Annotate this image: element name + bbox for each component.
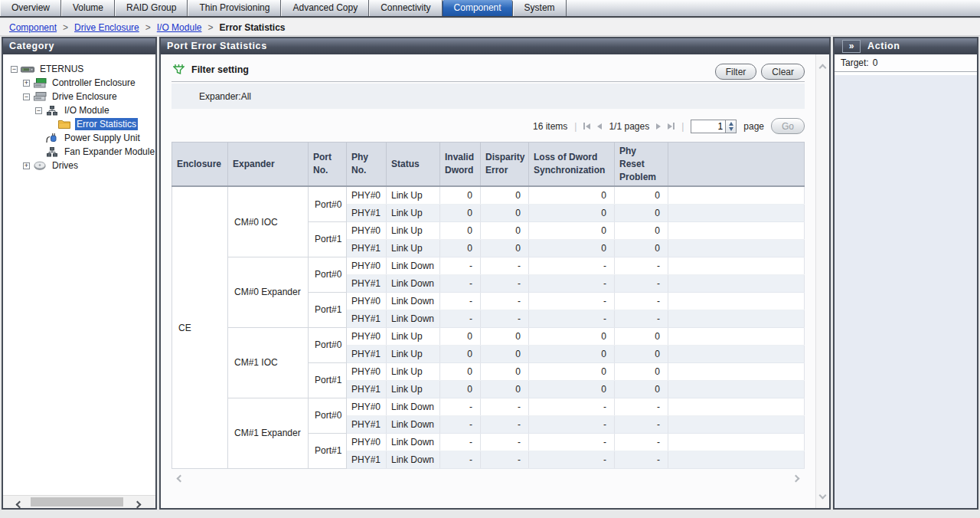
spinner-up-icon[interactable] [729,122,733,126]
value-cell: 0 [529,380,615,398]
port-cell: Port#1 [309,433,347,468]
sidebar-item-error-statistics[interactable]: Error Statistics [3,117,155,131]
breadcrumb-i-o-module[interactable]: I/O Module [157,22,202,33]
column-header-port-no: Port No. [309,143,347,187]
status-cell: Link Up [387,239,440,257]
scroll-up-icon[interactable] [820,62,825,73]
value-cell: 0 [615,186,668,204]
page-spinner[interactable] [726,120,737,133]
value-cell: - [615,433,668,451]
sidebar-item-label: Error Statistics [75,118,138,130]
page-input[interactable] [691,120,726,133]
tree-minus-icon[interactable]: − [23,93,30,100]
filter-summary: Expander:All [172,91,251,102]
spacer-cell [668,327,805,345]
value-cell: - [529,310,615,327]
hscroll-thumb[interactable] [31,497,123,507]
tree-plus-icon[interactable]: + [23,162,30,169]
value-cell: 0 [440,345,481,362]
value-cell: - [481,310,529,327]
tab-connectivity[interactable]: Connectivity [369,0,442,16]
value-cell: 0 [529,186,615,204]
phy-cell: PHY#1 [347,380,387,398]
drives-icon [33,161,47,170]
breadcrumb-component[interactable]: Component [9,22,57,33]
last-page-icon[interactable] [668,123,675,130]
first-page-icon[interactable] [583,123,590,130]
spacer-cell [668,380,805,398]
table-scroll-left-icon[interactable] [178,473,183,484]
tab-system[interactable]: System [513,0,567,16]
column-header-expander: Expander [228,143,309,187]
value-cell: - [529,433,615,451]
column-header-loss-of-dword-synchronization: Loss of Dword Synchronization [529,143,615,187]
value-cell: - [615,398,668,415]
tab-component[interactable]: Component [443,0,513,16]
scroll-left-icon[interactable] [17,499,22,510]
spacer-cell [668,221,805,239]
table-row: CECM#0 IOCPort#0PHY#0Link Up0000 [172,186,805,204]
items-count: 16 items [533,121,567,132]
scroll-right-icon[interactable] [135,499,140,510]
spacer-cell [668,257,805,274]
port-error-table: EnclosureExpanderPort No.Phy No.StatusIn… [172,142,805,469]
phy-cell: PHY#1 [347,310,387,327]
filter-icon [172,64,185,75]
sidebar-item-power-supply-unit[interactable]: Power Supply Unit [3,131,155,145]
clear-button[interactable]: Clear [761,64,805,80]
scroll-down-icon[interactable] [820,490,825,500]
value-cell: 0 [440,327,481,345]
spacer-cell [668,451,805,468]
filter-button[interactable]: Filter [715,64,757,80]
phy-cell: PHY#1 [347,451,387,468]
tree-minus-icon[interactable]: − [11,66,18,73]
controller-enclosure-icon [33,78,47,88]
sidebar-item-drive-enclosure[interactable]: −Drive Enclosure [3,90,155,103]
next-page-icon[interactable] [656,123,661,130]
phy-cell: PHY#1 [347,204,387,221]
status-cell: Link Down [387,310,440,327]
value-cell: 0 [481,186,529,204]
tree-plus-icon[interactable]: + [23,80,30,87]
tree-minus-icon[interactable]: − [35,107,42,114]
tab-raid-group[interactable]: RAID Group [115,0,188,16]
status-cell: Link Up [387,221,440,239]
sidebar-item-controller-enclosure[interactable]: +Controller Enclosure [3,76,155,90]
spinner-down-icon[interactable] [729,127,733,131]
phy-cell: PHY#1 [347,415,387,433]
breadcrumb-drive-enclosure[interactable]: Drive Enclosure [74,22,139,33]
previous-page-icon[interactable] [597,123,602,130]
value-cell: 0 [615,204,668,221]
sidebar-item-drives[interactable]: +Drives [3,159,155,172]
go-button[interactable]: Go [771,118,805,134]
main-vscrollbar[interactable] [815,54,829,508]
collapse-action-button[interactable]: » [842,40,861,53]
tab-volume[interactable]: Volume [61,0,115,16]
category-tree: −ETERNUS+Controller Enclosure−Drive Encl… [3,54,155,495]
power-supply-icon [45,133,59,143]
sidebar-item-label: ETERNUS [38,63,85,75]
column-header-phy-reset-problem: Phy Reset Problem [615,143,668,187]
filter-setting-heading: Filter setting [191,64,249,75]
value-cell: 0 [440,186,481,204]
port-cell: Port#0 [309,257,347,292]
value-cell: 0 [529,345,615,362]
breadcrumb: Component>Drive Enclosure>I/O Module>Err… [0,19,980,36]
spacer-cell [668,398,805,415]
value-cell: 0 [481,221,529,239]
tab-thin-provisioning[interactable]: Thin Provisioning [188,0,281,16]
action-panel: » Action Target: 0 [833,37,978,510]
category-hscrollbar[interactable] [3,495,155,508]
tab-overview[interactable]: Overview [0,0,61,16]
value-cell: 0 [615,239,668,257]
value-cell: - [481,292,529,310]
tab-advanced-copy[interactable]: Advanced Copy [281,0,369,16]
sidebar-item-i-o-module[interactable]: −I/O Module [3,103,155,117]
tree-indent [35,135,42,142]
status-cell: Link Down [387,398,440,415]
sidebar-item-eternus[interactable]: −ETERNUS [3,62,155,76]
table-scroll-right-icon[interactable] [793,473,799,484]
sidebar-item-fan-expander-module[interactable]: Fan Expander Module [3,145,155,159]
port-cell: Port#1 [309,221,347,257]
page-title: Port Error Statistics [161,38,829,54]
